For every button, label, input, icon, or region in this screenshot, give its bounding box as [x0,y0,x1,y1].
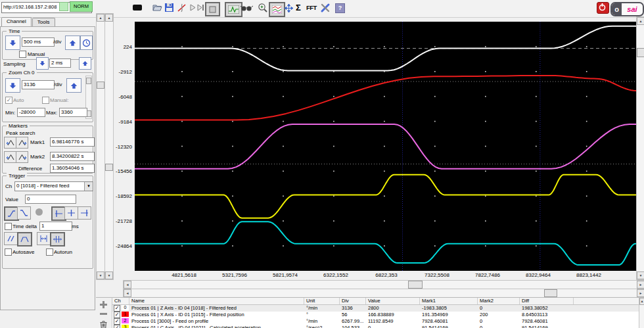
column-header-value[interactable]: Value [366,298,420,304]
column-header-mark2[interactable]: Mark2 [478,298,520,304]
panel-scrollbar-1[interactable]: ▲ ▼ [96,13,105,280]
time-decrease-button[interactable] [5,35,20,50]
scroll-left-button[interactable]: ◄ [124,281,131,289]
column-header-unit[interactable]: Unit [304,298,340,304]
channel-visible-checkbox[interactable]: ✓ [114,325,120,328]
mark1-field[interactable]: 6.98146776 s [50,137,95,147]
table-row[interactable]: ✓0Process 01 | Z Axis - ID 04 [1018] - F… [112,305,639,312]
autorun-checkbox[interactable] [46,248,53,256]
scroll-left-button[interactable]: ◄ [124,289,131,297]
trigger-position-center-button[interactable] [64,206,78,220]
zoom-increase-button[interactable] [66,78,81,93]
single-step-button[interactable] [196,3,205,12]
scroll-up-button[interactable]: ▲ [97,14,104,22]
scroll-down-button[interactable]: ▼ [637,271,644,279]
x-tick-label: 5821,9574 [273,272,298,278]
width-inside-button[interactable] [37,232,51,245]
mark2-field[interactable]: 8.34200822 s [50,152,95,161]
table-row[interactable]: ✓3Process 01 | C Axis - ID 04 [1021] - C… [112,325,639,328]
mark2-peak-left-button[interactable] [4,151,16,163]
scroll-up-button[interactable]: ▲ [639,298,644,305]
move-cross-icon [284,3,294,13]
tab-channel[interactable]: Channel [1,17,32,26]
autosave-checkbox[interactable] [5,248,12,256]
mark2-peak-right-button[interactable] [16,151,28,163]
column-header-ch[interactable]: Ch [112,298,129,304]
trigger-double-edge-button[interactable] [4,232,18,245]
settings-button[interactable] [320,3,331,13]
open-file-button[interactable] [152,3,164,13]
zoom-in-button[interactable] [258,3,268,13]
trigger-tool-button[interactable] [177,3,187,13]
stop-button[interactable] [205,2,220,16]
tab-tools[interactable]: Tools [32,18,55,27]
zoom-decrease-button[interactable] [5,78,20,93]
zoom-per-div-field[interactable]: 3136 [22,80,55,89]
scrollbar-thumb[interactable] [544,289,557,297]
monitor-button[interactable] [241,5,253,12]
norm-button[interactable]: NORM [70,1,93,12]
channel-visible-checkbox[interactable]: ✓ [114,312,120,318]
table-vscrollbar[interactable]: ▲ [639,297,644,328]
trigger-pulse-button[interactable] [17,232,32,246]
scroll-up-button[interactable]: ▲ [637,17,644,25]
sampling-field[interactable]: 2 ms [49,59,71,68]
trigger-value-field[interactable]: 0 [25,195,76,204]
time-increase-button[interactable] [65,35,80,50]
plot-hscrollbar-2[interactable]: ◄ ► [123,289,644,298]
zoom-manual-checkbox[interactable] [42,97,49,104]
delete-all-button[interactable] [99,320,108,328]
time-reset-button[interactable] [80,35,93,50]
plot-area[interactable] [135,22,636,271]
time-per-div-field[interactable]: 500 ms [22,37,55,47]
mark1-peak-right-button[interactable] [16,137,28,149]
time-delta-field[interactable]: 1 [39,222,72,231]
width-outside-button[interactable] [50,232,65,246]
column-header-mark1[interactable]: Mark1 [420,298,478,304]
help-button[interactable]: ? [335,3,345,13]
scope-view-button[interactable] [225,2,242,17]
trigger-position-right-button[interactable] [78,206,91,220]
table-row[interactable]: ✓1Process 01 | X Axis - ID 01 [1015] - F… [112,312,639,318]
zoom-auto-checkbox[interactable]: ✓ [5,97,12,104]
name-cell: Process 01 | X Axis - ID 01 [1015] - Fil… [129,312,304,318]
sampling-increase-button[interactable] [79,57,91,70]
scrollbar-thumb[interactable] [637,48,644,57]
time-delta-checkbox[interactable] [5,223,12,230]
fft-button[interactable]: FFT [306,4,317,11]
scrollbar-thumb[interactable] [408,281,423,289]
trigger-falling-edge-button[interactable] [17,206,31,220]
mark1-peak-left-button[interactable] [4,137,16,149]
trigger-channel-dropdown-button[interactable]: ▼ [84,182,93,191]
save-button[interactable] [164,3,175,13]
remove-channel-button[interactable] [99,312,108,320]
table-row[interactable]: ✓2Process 01 [3000] - Feed on profile°/m… [112,318,639,325]
scroll-down-button[interactable]: ▼ [97,271,104,279]
column-header-diff[interactable]: Diff [520,298,574,304]
scroll-right-button[interactable]: ► [637,281,644,289]
time-manual-checkbox[interactable] [19,51,26,58]
chart-view-button[interactable] [269,2,285,17]
scrollbar-thumb[interactable] [97,82,104,89]
channel-cell: ✓2 [112,318,129,325]
screen-icon[interactable] [133,5,142,11]
plot-vscrollbar[interactable]: ▲ ▼ [636,16,644,280]
scroll-up-button[interactable]: ▲ [105,14,113,22]
plot-hscrollbar-1[interactable]: ◄ ► [123,280,644,289]
scroll-down-button[interactable]: ▼ [105,271,113,279]
column-header-name[interactable]: Name [129,298,304,304]
add-channel-button[interactable] [99,300,108,309]
zoom-max-field[interactable]: 3360 [59,108,87,117]
pan-button[interactable] [284,3,294,13]
column-header-div[interactable]: Div [340,298,366,304]
sum-button[interactable]: Σ [296,3,301,12]
run-button[interactable] [189,3,196,12]
power-button[interactable] [597,2,609,14]
sampling-decrease-button[interactable] [36,57,49,70]
channel-visible-checkbox[interactable]: ✓ [114,318,120,325]
zoom-min-field[interactable]: -28000 [17,108,45,117]
channel-visible-checkbox[interactable]: ✓ [114,305,120,312]
peak-search-right-icon [18,139,27,147]
scroll-right-button[interactable]: ► [637,289,644,297]
trigger-channel-select[interactable]: 0 [1018] - Filtered feed ▼ [14,181,93,191]
